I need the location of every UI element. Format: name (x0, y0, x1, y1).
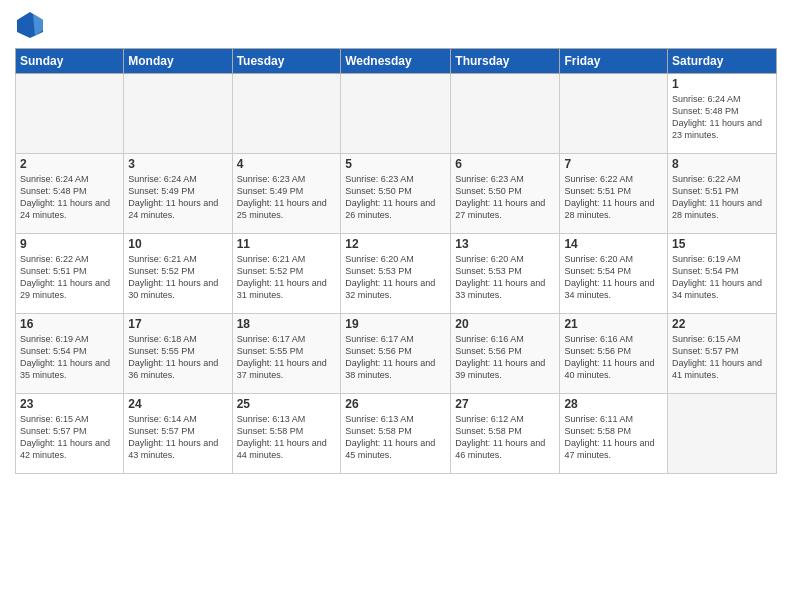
day-number: 4 (237, 157, 337, 171)
day-cell: 9Sunrise: 6:22 AMSunset: 5:51 PMDaylight… (16, 234, 124, 314)
day-cell: 15Sunrise: 6:19 AMSunset: 5:54 PMDayligh… (668, 234, 777, 314)
day-info: Sunrise: 6:17 AMSunset: 5:56 PMDaylight:… (345, 333, 446, 382)
day-cell: 16Sunrise: 6:19 AMSunset: 5:54 PMDayligh… (16, 314, 124, 394)
day-number: 19 (345, 317, 446, 331)
day-number: 16 (20, 317, 119, 331)
day-cell (451, 74, 560, 154)
day-number: 9 (20, 237, 119, 251)
day-cell: 17Sunrise: 6:18 AMSunset: 5:55 PMDayligh… (124, 314, 232, 394)
day-cell: 13Sunrise: 6:20 AMSunset: 5:53 PMDayligh… (451, 234, 560, 314)
day-info: Sunrise: 6:22 AMSunset: 5:51 PMDaylight:… (672, 173, 772, 222)
weekday-header-thursday: Thursday (451, 49, 560, 74)
day-info: Sunrise: 6:24 AMSunset: 5:48 PMDaylight:… (20, 173, 119, 222)
day-number: 14 (564, 237, 663, 251)
day-info: Sunrise: 6:15 AMSunset: 5:57 PMDaylight:… (672, 333, 772, 382)
day-info: Sunrise: 6:21 AMSunset: 5:52 PMDaylight:… (237, 253, 337, 302)
day-number: 21 (564, 317, 663, 331)
day-info: Sunrise: 6:23 AMSunset: 5:49 PMDaylight:… (237, 173, 337, 222)
weekday-header-wednesday: Wednesday (341, 49, 451, 74)
day-cell: 2Sunrise: 6:24 AMSunset: 5:48 PMDaylight… (16, 154, 124, 234)
day-info: Sunrise: 6:20 AMSunset: 5:53 PMDaylight:… (455, 253, 555, 302)
day-info: Sunrise: 6:18 AMSunset: 5:55 PMDaylight:… (128, 333, 227, 382)
day-cell: 7Sunrise: 6:22 AMSunset: 5:51 PMDaylight… (560, 154, 668, 234)
weekday-header-monday: Monday (124, 49, 232, 74)
day-number: 27 (455, 397, 555, 411)
logo-icon (15, 10, 45, 40)
day-cell: 27Sunrise: 6:12 AMSunset: 5:58 PMDayligh… (451, 394, 560, 474)
day-cell: 4Sunrise: 6:23 AMSunset: 5:49 PMDaylight… (232, 154, 341, 234)
day-info: Sunrise: 6:12 AMSunset: 5:58 PMDaylight:… (455, 413, 555, 462)
day-cell: 8Sunrise: 6:22 AMSunset: 5:51 PMDaylight… (668, 154, 777, 234)
day-cell: 18Sunrise: 6:17 AMSunset: 5:55 PMDayligh… (232, 314, 341, 394)
day-number: 12 (345, 237, 446, 251)
day-info: Sunrise: 6:19 AMSunset: 5:54 PMDaylight:… (20, 333, 119, 382)
day-number: 3 (128, 157, 227, 171)
day-cell: 14Sunrise: 6:20 AMSunset: 5:54 PMDayligh… (560, 234, 668, 314)
day-number: 13 (455, 237, 555, 251)
day-info: Sunrise: 6:13 AMSunset: 5:58 PMDaylight:… (345, 413, 446, 462)
day-info: Sunrise: 6:13 AMSunset: 5:58 PMDaylight:… (237, 413, 337, 462)
day-number: 1 (672, 77, 772, 91)
day-number: 17 (128, 317, 227, 331)
day-number: 10 (128, 237, 227, 251)
day-number: 23 (20, 397, 119, 411)
logo (15, 10, 49, 40)
day-cell: 24Sunrise: 6:14 AMSunset: 5:57 PMDayligh… (124, 394, 232, 474)
day-number: 7 (564, 157, 663, 171)
day-cell (668, 394, 777, 474)
day-cell: 1Sunrise: 6:24 AMSunset: 5:48 PMDaylight… (668, 74, 777, 154)
day-cell: 20Sunrise: 6:16 AMSunset: 5:56 PMDayligh… (451, 314, 560, 394)
day-info: Sunrise: 6:14 AMSunset: 5:57 PMDaylight:… (128, 413, 227, 462)
day-cell (560, 74, 668, 154)
day-info: Sunrise: 6:11 AMSunset: 5:58 PMDaylight:… (564, 413, 663, 462)
weekday-header-row: SundayMondayTuesdayWednesdayThursdayFrid… (16, 49, 777, 74)
day-cell (124, 74, 232, 154)
day-number: 24 (128, 397, 227, 411)
day-info: Sunrise: 6:16 AMSunset: 5:56 PMDaylight:… (455, 333, 555, 382)
day-number: 6 (455, 157, 555, 171)
weekday-header-friday: Friday (560, 49, 668, 74)
day-number: 18 (237, 317, 337, 331)
day-cell: 21Sunrise: 6:16 AMSunset: 5:56 PMDayligh… (560, 314, 668, 394)
day-cell: 22Sunrise: 6:15 AMSunset: 5:57 PMDayligh… (668, 314, 777, 394)
day-cell: 19Sunrise: 6:17 AMSunset: 5:56 PMDayligh… (341, 314, 451, 394)
day-cell: 11Sunrise: 6:21 AMSunset: 5:52 PMDayligh… (232, 234, 341, 314)
day-info: Sunrise: 6:20 AMSunset: 5:53 PMDaylight:… (345, 253, 446, 302)
weekday-header-sunday: Sunday (16, 49, 124, 74)
day-cell (16, 74, 124, 154)
day-cell: 10Sunrise: 6:21 AMSunset: 5:52 PMDayligh… (124, 234, 232, 314)
day-cell (232, 74, 341, 154)
header (15, 10, 777, 40)
week-row-5: 23Sunrise: 6:15 AMSunset: 5:57 PMDayligh… (16, 394, 777, 474)
day-number: 20 (455, 317, 555, 331)
day-info: Sunrise: 6:23 AMSunset: 5:50 PMDaylight:… (345, 173, 446, 222)
week-row-3: 9Sunrise: 6:22 AMSunset: 5:51 PMDaylight… (16, 234, 777, 314)
weekday-header-saturday: Saturday (668, 49, 777, 74)
day-info: Sunrise: 6:17 AMSunset: 5:55 PMDaylight:… (237, 333, 337, 382)
calendar-table: SundayMondayTuesdayWednesdayThursdayFrid… (15, 48, 777, 474)
day-cell: 5Sunrise: 6:23 AMSunset: 5:50 PMDaylight… (341, 154, 451, 234)
week-row-4: 16Sunrise: 6:19 AMSunset: 5:54 PMDayligh… (16, 314, 777, 394)
day-info: Sunrise: 6:19 AMSunset: 5:54 PMDaylight:… (672, 253, 772, 302)
day-cell: 6Sunrise: 6:23 AMSunset: 5:50 PMDaylight… (451, 154, 560, 234)
day-info: Sunrise: 6:23 AMSunset: 5:50 PMDaylight:… (455, 173, 555, 222)
day-info: Sunrise: 6:22 AMSunset: 5:51 PMDaylight:… (20, 253, 119, 302)
day-info: Sunrise: 6:16 AMSunset: 5:56 PMDaylight:… (564, 333, 663, 382)
day-number: 28 (564, 397, 663, 411)
day-number: 11 (237, 237, 337, 251)
day-info: Sunrise: 6:24 AMSunset: 5:48 PMDaylight:… (672, 93, 772, 142)
day-info: Sunrise: 6:21 AMSunset: 5:52 PMDaylight:… (128, 253, 227, 302)
day-number: 8 (672, 157, 772, 171)
day-number: 25 (237, 397, 337, 411)
day-info: Sunrise: 6:20 AMSunset: 5:54 PMDaylight:… (564, 253, 663, 302)
day-cell: 25Sunrise: 6:13 AMSunset: 5:58 PMDayligh… (232, 394, 341, 474)
week-row-2: 2Sunrise: 6:24 AMSunset: 5:48 PMDaylight… (16, 154, 777, 234)
day-cell (341, 74, 451, 154)
week-row-1: 1Sunrise: 6:24 AMSunset: 5:48 PMDaylight… (16, 74, 777, 154)
day-number: 26 (345, 397, 446, 411)
day-number: 5 (345, 157, 446, 171)
day-number: 22 (672, 317, 772, 331)
day-info: Sunrise: 6:24 AMSunset: 5:49 PMDaylight:… (128, 173, 227, 222)
day-info: Sunrise: 6:22 AMSunset: 5:51 PMDaylight:… (564, 173, 663, 222)
day-cell: 28Sunrise: 6:11 AMSunset: 5:58 PMDayligh… (560, 394, 668, 474)
